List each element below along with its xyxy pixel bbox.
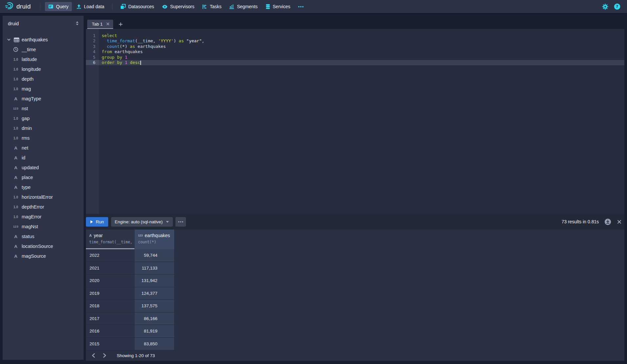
string-type-icon: A — [11, 244, 20, 249]
column-item-rms[interactable]: 1.0rms — [3, 133, 84, 143]
schema-select[interactable]: druid — [8, 21, 19, 26]
column-item-dmin[interactable]: 1.0dmin — [3, 123, 84, 133]
column-item-label: __time — [22, 47, 36, 52]
column-item-label: longitude — [22, 67, 41, 72]
nav-item-label: Datasources — [128, 4, 154, 9]
table-item-earthquakes[interactable]: earthquakes — [3, 35, 84, 45]
nav-item-services[interactable]: Services — [262, 2, 294, 11]
segments-icon — [229, 4, 234, 9]
column-item-status[interactable]: Astatus — [3, 232, 84, 241]
float-type-icon: 1.0 — [11, 127, 20, 130]
help-icon[interactable]: ? — [614, 3, 620, 10]
tab-label: Tab 1 — [92, 22, 103, 27]
query-more-button[interactable] — [175, 217, 186, 227]
string-type-icon: A — [11, 146, 20, 151]
column-item-depth[interactable]: 1.0depth — [3, 74, 84, 84]
nav-item-more[interactable] — [295, 4, 307, 10]
druid-logo[interactable]: druid — [5, 1, 31, 12]
column-item-label: id — [22, 155, 25, 160]
column-name: year — [94, 233, 103, 238]
engine-select-button[interactable]: Engine: auto (sql-native) — [111, 217, 173, 227]
string-type-icon: A — [11, 96, 20, 101]
column-item-horizontalError[interactable]: 1.0horizontalError — [3, 192, 84, 202]
column-item-place[interactable]: Aplace — [3, 172, 84, 182]
line-number: 1 — [86, 33, 99, 38]
nav-item-load-data[interactable]: Load data — [73, 2, 108, 11]
nav-item-query[interactable]: Query — [45, 2, 72, 11]
column-item-type[interactable]: Atype — [3, 182, 84, 192]
nav-item-supervisors[interactable]: Supervisors — [159, 2, 198, 11]
column-item-__time[interactable]: __time — [3, 45, 84, 54]
new-tab-button[interactable] — [116, 20, 126, 29]
play-icon — [90, 220, 93, 224]
cell-earthquakes[interactable]: 86,166 — [135, 313, 174, 325]
tab-close-icon[interactable] — [106, 22, 110, 26]
close-results-icon[interactable] — [617, 219, 622, 224]
tab-tab1[interactable]: Tab 1 — [87, 20, 113, 29]
column-item-magNst[interactable]: 123magNst — [3, 222, 84, 232]
string-type-icon: A — [11, 165, 20, 170]
cell-year[interactable]: 2018 — [86, 300, 135, 313]
nav-item-segments[interactable]: Segments — [226, 2, 261, 11]
page-next-button[interactable] — [100, 351, 109, 360]
caret-down-icon — [166, 221, 169, 223]
column-item-mag[interactable]: 1.0mag — [3, 84, 84, 94]
line-number: 2 — [86, 38, 99, 43]
column-item-locationSource[interactable]: AlocationSource — [3, 241, 84, 251]
cell-year[interactable]: 2017 — [86, 313, 135, 325]
cell-year[interactable]: 2020 — [86, 274, 135, 287]
column-item-magSource[interactable]: AmagSource — [3, 251, 84, 261]
column-item-magError[interactable]: 1.0magError — [3, 212, 84, 222]
cell-earthquakes[interactable]: 59,744 — [135, 249, 174, 262]
column-item-net[interactable]: Anet — [3, 143, 84, 153]
cell-year[interactable]: 2022 — [86, 249, 135, 262]
column-header-year[interactable]: A year time_format(__time, … — [86, 230, 135, 249]
column-item-depthError[interactable]: 1.0depthError — [3, 202, 84, 212]
nav-item-datasources[interactable]: Datasources — [117, 2, 157, 11]
nav-item-tasks[interactable]: Tasks — [199, 2, 225, 11]
sql-editor[interactable]: 1select2 time_format(__time, 'YYYY') as … — [86, 29, 624, 214]
cell-earthquakes[interactable]: 137,575 — [135, 300, 174, 313]
code-line-4[interactable]: 4from earthquakes — [86, 49, 624, 55]
chevron-right-icon — [103, 353, 106, 358]
long-type-icon: 123 — [11, 225, 20, 228]
nav-item-label: Segments — [237, 4, 257, 9]
runbar-right: 73 results in 0.81s — [561, 218, 622, 225]
cell-earthquakes[interactable]: 83,850 — [135, 338, 174, 351]
code-line-3[interactable]: 3 count(*) as earthquakes — [86, 44, 624, 49]
sort-icon[interactable] — [75, 21, 79, 27]
cell-year[interactable]: 2016 — [86, 325, 135, 338]
column-item-nst[interactable]: 123nst — [3, 104, 84, 113]
nav-item-label: Tasks — [210, 4, 222, 9]
column-item-id[interactable]: Aid — [3, 153, 84, 163]
clock-icon — [11, 47, 20, 52]
page-prev-button[interactable] — [89, 351, 98, 360]
column-item-magType[interactable]: AmagType — [3, 94, 84, 104]
nav-right: ? — [602, 3, 622, 10]
services-icon — [266, 4, 270, 9]
cell-earthquakes[interactable]: 81,919 — [135, 325, 174, 338]
column-item-updated[interactable]: Aupdated — [3, 163, 84, 172]
cell-earthquakes[interactable]: 131,942 — [135, 274, 174, 287]
column-item-gap[interactable]: 1.0gap — [3, 113, 84, 123]
code-line-6[interactable]: 6order by 1 desc — [86, 60, 624, 66]
code-line-5[interactable]: 5group by 1 — [86, 54, 624, 60]
cell-earthquakes[interactable]: 117,133 — [135, 262, 174, 275]
settings-gear-icon[interactable] — [602, 4, 608, 10]
column-item-label: place — [22, 175, 33, 180]
column-item-longitude[interactable]: 1.0longitude — [3, 64, 84, 74]
code-line-1[interactable]: 1select — [86, 33, 624, 38]
column-expression: count(*) — [138, 240, 174, 244]
long-type-icon: 123 — [11, 107, 20, 110]
column-header-earthquakes[interactable]: 123 earthquakes count(*) — [135, 230, 174, 249]
cell-year[interactable]: 2015 — [86, 338, 135, 351]
cell-year[interactable]: 2019 — [86, 287, 135, 300]
cell-earthquakes[interactable]: 124,377 — [135, 287, 174, 300]
column-item-label: horizontalError — [22, 194, 53, 200]
run-button[interactable]: Run — [86, 217, 108, 227]
table-row: 2018137,575 — [86, 300, 624, 313]
code-line-2[interactable]: 2 time_format(__time, 'YYYY') as "year", — [86, 38, 624, 44]
cell-year[interactable]: 2021 — [86, 262, 135, 275]
download-icon[interactable] — [604, 218, 611, 225]
column-item-latitude[interactable]: 1.0latitude — [3, 54, 84, 64]
